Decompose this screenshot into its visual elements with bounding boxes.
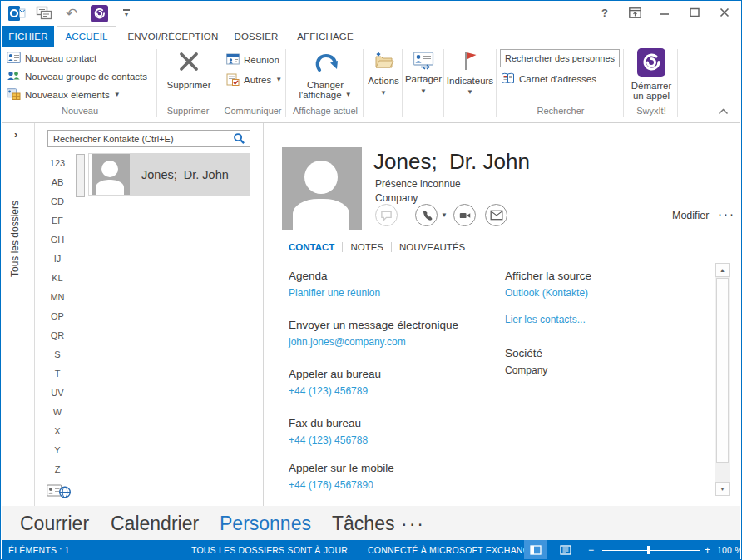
zoom-in-icon[interactable]: +	[705, 544, 710, 556]
mobile-phone-link[interactable]: +44 (176) 4567890	[289, 479, 497, 491]
group-label-swyxit: SwyxIt!	[626, 106, 677, 116]
share-button[interactable]: Partager ▼	[404, 50, 443, 95]
search-icon[interactable]	[233, 132, 245, 145]
source-link[interactable]: Outlook (Kontakte)	[505, 287, 713, 299]
change-view-button[interactable]: Changer l'affichage▼	[289, 48, 361, 100]
new-contact-group-button[interactable]: Nouveau groupe de contacts	[7, 68, 147, 85]
more-communicate-button[interactable]: Autres ▼	[226, 72, 282, 88]
alpha-index-123[interactable]: 123	[45, 158, 70, 168]
nav-taches[interactable]: Tâches	[332, 513, 394, 535]
delete-button[interactable]: Supprimer	[161, 50, 216, 90]
alpha-index-uv[interactable]: UV	[45, 388, 70, 398]
nav-courrier[interactable]: Courrier	[20, 513, 89, 535]
change-view-arrow-icon	[311, 48, 339, 78]
contact-list-scrollbar[interactable]	[76, 154, 85, 197]
collapse-ribbon-icon[interactable]	[718, 103, 729, 118]
flags-button[interactable]: Indicateurs ▼	[446, 50, 494, 96]
folder-pane-collapsed: › Tous les dossiers	[2, 123, 35, 506]
undo-icon[interactable]: ↶	[62, 4, 81, 22]
nav-calendrier[interactable]: Calendrier	[111, 513, 199, 535]
field-source: Afficher la source Outlook (Kontakte)	[505, 270, 713, 299]
group-label-supprimer: Supprimer	[158, 106, 218, 116]
scroll-up-icon[interactable]: ▲	[715, 263, 730, 277]
scroll-down-icon[interactable]: ▼	[715, 482, 730, 496]
zoom-slider-track[interactable]	[602, 550, 700, 551]
customize-toolbar-icon[interactable]: ▼	[117, 4, 136, 22]
work-fax-link[interactable]: +44 (123) 456788	[289, 434, 497, 446]
contact-list-item-selected[interactable]: Jones; Dr. John	[88, 153, 250, 196]
change-view-label-1: Changer	[307, 80, 344, 90]
alpha-index-cd[interactable]: CD	[45, 196, 70, 206]
work-phone-link[interactable]: +44 (123) 456789	[289, 385, 497, 397]
new-items-button[interactable]: Nouveaux éléments ▼	[7, 87, 121, 103]
tab-dossier[interactable]: DOSSIER	[230, 26, 283, 47]
alpha-index-qr[interactable]: QR	[45, 330, 70, 340]
contact-name: Jones; Dr. John	[373, 149, 530, 175]
help-icon[interactable]: ?	[596, 5, 613, 20]
send-email-icon[interactable]	[485, 204, 507, 226]
alpha-index-op[interactable]: OP	[45, 311, 70, 321]
alpha-index-z[interactable]: Z	[45, 464, 70, 474]
contact-search-input[interactable]	[48, 134, 233, 144]
tab-notes[interactable]: NOTES	[350, 242, 383, 252]
ribbon-display-options-icon[interactable]	[626, 5, 643, 20]
tab-nouveautes[interactable]: NOUVEAUTÉS	[399, 242, 465, 252]
swyxit-quick-icon[interactable]	[90, 4, 108, 22]
tab-contact[interactable]: CONTACT	[289, 242, 334, 252]
field-email: Envoyer un message électronique john.jon…	[289, 319, 497, 348]
video-call-icon[interactable]	[453, 204, 476, 226]
address-book-label: Carnet d'adresses	[519, 74, 596, 84]
alpha-index-ef[interactable]: EF	[45, 216, 70, 225]
address-book-button[interactable]: Carnet d'adresses	[501, 71, 596, 87]
find-people-input[interactable]	[501, 51, 619, 67]
field-label: Envoyer un message électronique	[289, 319, 497, 331]
send-receive-icon[interactable]	[35, 4, 53, 22]
alpha-index-gh[interactable]: GH	[45, 235, 70, 245]
scrollbar-thumb[interactable]	[716, 278, 729, 463]
chevron-down-icon: ▼	[380, 90, 387, 97]
tab-affichage[interactable]: AFFICHAGE	[293, 26, 358, 47]
start-call-button[interactable]: Démarrer un appel	[627, 48, 675, 101]
expand-folder-pane-icon[interactable]: ›	[14, 128, 17, 141]
meeting-button[interactable]: Réunion	[226, 52, 279, 68]
maximize-icon[interactable]	[686, 5, 703, 20]
find-people-searchbox[interactable]	[500, 49, 620, 67]
tab-envoi-reception[interactable]: ENVOI/RÉCEPTION	[126, 26, 220, 47]
folder-pane-label[interactable]: Tous les dossiers	[9, 201, 21, 277]
zoom-slider-thumb[interactable]	[647, 546, 650, 554]
alpha-index-y[interactable]: Y	[45, 445, 70, 455]
call-phone-icon[interactable]	[415, 204, 438, 226]
alpha-index-t[interactable]: T	[45, 369, 70, 379]
new-contact-button[interactable]: Nouveau contact	[7, 50, 96, 67]
email-link[interactable]: john.jones@company.com	[289, 336, 497, 348]
reading-view-icon[interactable]	[554, 540, 576, 560]
tab-fichier[interactable]: FICHIER	[2, 26, 54, 47]
more-options-icon[interactable]: ···	[718, 206, 735, 221]
actions-button[interactable]: Actions ▼	[365, 50, 402, 97]
alpha-index-kl[interactable]: KL	[45, 273, 70, 283]
search-people-web-icon[interactable]	[47, 483, 72, 502]
alpha-index-ab[interactable]: AB	[45, 177, 70, 187]
nav-more-icon[interactable]: ···	[401, 513, 425, 535]
contact-searchbox[interactable]	[47, 130, 250, 147]
phone-options-chevron-icon[interactable]: ▼	[441, 212, 448, 219]
link-contacts-link[interactable]: Lier les contacts...	[505, 314, 586, 325]
close-icon[interactable]	[716, 5, 733, 20]
ribbon-separator	[402, 49, 403, 117]
minimize-icon[interactable]	[656, 5, 673, 20]
nav-personnes[interactable]: Personnes	[220, 513, 311, 535]
zoom-level[interactable]: 100 %	[717, 545, 742, 555]
alpha-index-s[interactable]: S	[45, 349, 70, 359]
alpha-index-mn[interactable]: MN	[45, 292, 70, 302]
edit-contact-link[interactable]: Modifier	[672, 210, 709, 221]
new-contact-icon	[7, 52, 21, 65]
alpha-index-x[interactable]: X	[45, 426, 70, 436]
normal-view-icon[interactable]	[524, 540, 547, 560]
schedule-meeting-link[interactable]: Planifier une réunion	[289, 287, 497, 299]
alpha-index-ij[interactable]: IJ	[45, 254, 70, 264]
alpha-index-w[interactable]: W	[45, 407, 70, 417]
tab-accueil[interactable]: ACCUEIL	[57, 26, 116, 47]
zoom-out-icon[interactable]: −	[588, 544, 594, 556]
im-chat-icon[interactable]	[375, 204, 398, 226]
reading-pane-scrollbar[interactable]: ▲ ▼	[715, 263, 730, 496]
